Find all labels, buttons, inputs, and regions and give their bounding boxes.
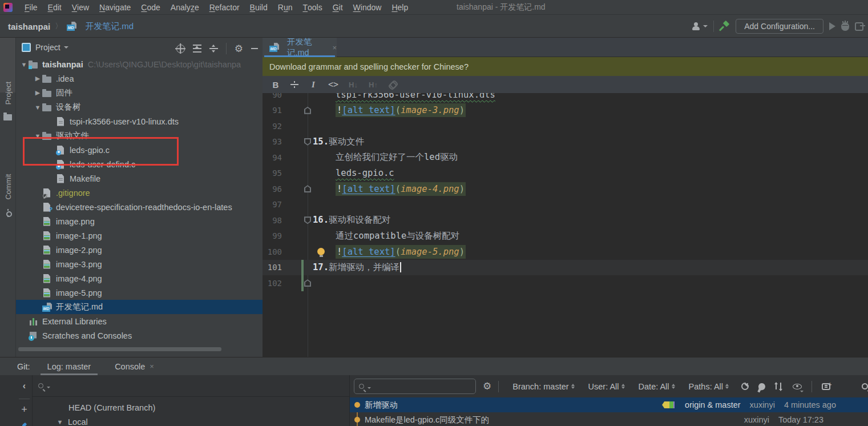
git-tab-log-master[interactable]: Log: master [41, 357, 98, 375]
tree-row[interactable]: image.png [16, 214, 263, 228]
flag-up-icon[interactable] [304, 107, 311, 114]
tree-row[interactable]: ?devicetree-specification-readthedocs-io… [16, 200, 263, 214]
sort-icon[interactable] [775, 383, 783, 391]
eye-icon[interactable] [793, 384, 802, 389]
menu-item-run[interactable]: Run [273, 0, 298, 15]
commit-node-icon[interactable] [4, 209, 12, 217]
debug-icon[interactable] [841, 22, 849, 31]
hide-panel-icon[interactable] [251, 48, 258, 49]
flag-up-icon[interactable] [304, 185, 311, 192]
breadcrumb-file[interactable]: 开发笔记.md [85, 21, 134, 32]
horizontal-scrollbar[interactable] [18, 347, 221, 351]
git-tab-console[interactable]: Console× [108, 357, 161, 375]
commit-row[interactable]: 新增驱动origin & masterxuxinyi4 minutes ago [350, 397, 868, 412]
editor-line[interactable]: 102 [263, 275, 868, 291]
log-settings-gear-icon[interactable]: ⚙ [483, 381, 491, 391]
tree-row[interactable]: Scratches and Consoles [16, 328, 263, 343]
find-icon[interactable] [862, 383, 868, 389]
menu-item-help[interactable]: Help [386, 0, 413, 15]
code-with-me-button[interactable] [692, 22, 708, 31]
collapse-all-icon[interactable] [209, 45, 218, 53]
flag-up-icon[interactable] [304, 279, 311, 287]
branch-group-local[interactable]: ▼ Local [33, 415, 349, 426]
collapse-left-icon[interactable]: ‹ [16, 381, 33, 391]
add-configuration-button[interactable]: Add Configuration... [736, 19, 823, 34]
editor-line[interactable]: 92 [263, 118, 868, 134]
chevron-right-icon[interactable]: ▶ [33, 75, 42, 82]
settings-gear-icon[interactable]: ⚙ [235, 44, 243, 54]
tree-row[interactable]: ▼taishanpaiC:\Users\QINGJUE\Desktop\git\… [16, 57, 263, 71]
refresh-icon[interactable] [741, 383, 749, 390]
edit-pencil-icon[interactable] [21, 423, 27, 426]
tab-close-icon[interactable]: × [332, 43, 337, 52]
branch-item-head[interactable]: HEAD (Current Branch) [33, 400, 349, 415]
menu-item-window[interactable]: Window [348, 0, 387, 15]
tree-row[interactable]: .gitignore [16, 186, 263, 200]
tree-row[interactable]: image-1.png [16, 228, 263, 243]
commit-row[interactable]: Makefile是led-gpio.c同级文件下的xuxinyiToday 17… [350, 412, 868, 426]
run-icon[interactable] [829, 22, 835, 30]
tree-row[interactable]: Makefile [16, 171, 263, 186]
expand-all-icon[interactable] [193, 45, 201, 53]
link-icon[interactable] [388, 80, 398, 90]
add-icon[interactable]: + [16, 404, 33, 416]
code-icon[interactable]: <> [328, 79, 338, 90]
log-filter-paths[interactable]: Paths: All [689, 382, 729, 391]
menu-item-refactor[interactable]: Refactor [204, 0, 245, 15]
locate-file-icon[interactable] [176, 45, 185, 53]
highlight-icon[interactable] [758, 383, 766, 391]
chevron-down-icon[interactable]: ▼ [19, 61, 29, 68]
log-search-field[interactable] [354, 379, 476, 394]
header-down-icon[interactable]: H↓ [348, 81, 358, 89]
editor-line[interactable]: 95leds-gpio.c [263, 166, 868, 182]
strikethrough-icon[interactable] [290, 81, 298, 89]
profiler-icon[interactable] [855, 22, 863, 31]
editor-line[interactable]: 9816.驱动和设备配对 [263, 212, 868, 228]
stripe-project-tab[interactable]: Project [4, 82, 13, 105]
log-filter-date[interactable]: Date: All [639, 382, 675, 391]
menu-item-build[interactable]: Build [245, 0, 273, 15]
log-filter-branch[interactable]: Branch: master [512, 382, 574, 391]
editor-line[interactable]: 100![alt text](image-5.png) [263, 244, 868, 260]
editor-line[interactable]: 91![alt text](image-3.png) [263, 103, 868, 119]
project-folder-icon[interactable] [3, 114, 12, 120]
menu-item-git[interactable]: Git [328, 0, 348, 15]
tree-row[interactable]: ▶.idea [16, 71, 263, 86]
editor-line[interactable]: 90tspi-rk3566-user-v10-linux.dts [263, 93, 868, 103]
tree-row[interactable]: tspi-rk3566-user-v10-linux.dts [16, 114, 263, 128]
project-panel-title[interactable]: Project [35, 43, 60, 52]
menu-item-view[interactable]: View [67, 0, 94, 15]
tree-row[interactable]: image-5.png [16, 286, 263, 300]
editor-line[interactable]: 94立创给我们定好了一个led驱动 [263, 150, 868, 166]
italic-icon[interactable]: I [308, 80, 318, 90]
menu-item-file[interactable]: File [19, 0, 43, 15]
chevron-right-icon[interactable]: ▶ [33, 89, 42, 97]
tree-row[interactable]: ▶固件 [16, 86, 263, 100]
editor-tab-markdown[interactable]: MD 开发笔记.md × [263, 38, 337, 57]
bold-icon[interactable]: B [271, 80, 281, 90]
menu-item-analyze[interactable]: Analyze [165, 0, 204, 15]
tree-row[interactable]: image-4.png [16, 271, 263, 286]
editor-line[interactable]: 99通过compatible与设备树配对 [263, 228, 868, 244]
breadcrumb-project[interactable]: taishanpai [8, 22, 50, 31]
tree-row[interactable]: MD开发笔记.md [16, 300, 263, 314]
editor-content[interactable]: 90tspi-rk3566-user-v10-linux.dts91![alt … [263, 93, 868, 357]
branch-search-field[interactable] [33, 375, 349, 397]
tree-row[interactable]: External Libraries [16, 314, 263, 328]
header-up-icon[interactable]: H↑ [368, 81, 378, 89]
chevron-down-icon[interactable]: ▼ [33, 104, 42, 111]
build-hammer-icon[interactable] [720, 21, 730, 31]
tree-row[interactable]: image-2.png [16, 243, 263, 257]
tab-close-icon[interactable]: × [150, 362, 154, 371]
editor-line[interactable]: 96![alt text](image-4.png) [263, 181, 868, 197]
menu-item-code[interactable]: Code [136, 0, 165, 15]
flag-down-icon[interactable] [304, 216, 311, 224]
menu-item-tools[interactable]: Tools [297, 0, 327, 15]
editor-line[interactable]: 10117.新增驱动，并编译 [263, 260, 868, 276]
editor-line[interactable]: 9315.驱动文件 [263, 134, 868, 150]
editor-line[interactable]: 97 [263, 197, 868, 213]
menu-item-navigate[interactable]: Navigate [94, 0, 136, 15]
log-filter-user[interactable]: User: All [588, 382, 625, 391]
stripe-commit-tab[interactable]: Commit [4, 174, 13, 200]
tree-row[interactable]: image-3.png [16, 257, 263, 271]
